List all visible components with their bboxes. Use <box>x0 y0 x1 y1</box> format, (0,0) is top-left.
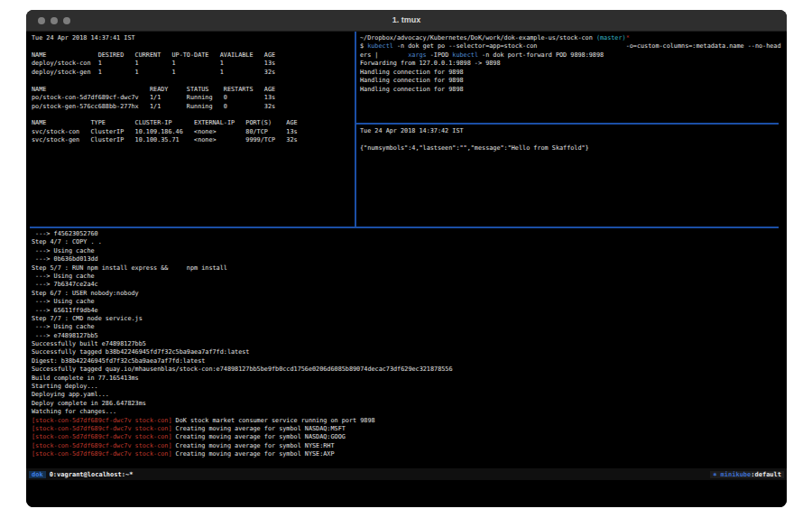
terminal-line: ---> 65611ff9db4e <box>32 307 781 315</box>
active-window-label[interactable]: 0:vagrant@localhost:~* <box>50 471 134 478</box>
window-title: 1. tmux <box>26 10 787 31</box>
terminal-line: Step 6/7 : USER nobody:nobody <box>32 290 781 298</box>
terminal-line: Deploy complete in 286.647823ms <box>32 400 781 408</box>
kube-context: minikube <box>721 471 752 478</box>
terminal-line: $ kubectl -n dok get po --selector=app=s… <box>360 42 781 51</box>
status-right: ⎈ minikube:default <box>710 471 784 478</box>
terminal-line: Step 7/7 : CMD node service.js <box>32 315 781 323</box>
terminal-line: Successfully tagged quay.io/mhausenblas/… <box>32 365 781 374</box>
vertical-pane-divider[interactable] <box>355 32 356 227</box>
terminal-line: ers | xargs -IPOD kubectl -n dok port-fo… <box>360 51 781 60</box>
terminal-line: [stock-con-5d7df689cf-dwc7v stock-con] C… <box>32 450 781 458</box>
terminal-line: svc/stock-con ClusterIP 10.109.186.46 <n… <box>32 128 353 136</box>
terminal-line: ---> Using cache <box>32 247 781 255</box>
pane-curl-output[interactable]: Tue 24 Apr 2018 14:37:42 IST {"numsymbol… <box>360 127 781 153</box>
kube-context-chip: ⎈ minikube:default <box>710 471 784 478</box>
pane-skaffold-log[interactable]: ---> f45623052760Step 4/7 : COPY . . ---… <box>32 230 781 459</box>
terminal-line: ---> Using cache <box>32 273 781 281</box>
right-horizontal-pane-divider[interactable] <box>356 123 779 125</box>
helm-wheel-icon: ⎈ <box>713 471 716 478</box>
terminal-line: po/stock-gen-576cc688bb-277hx 1/1 Runnin… <box>32 103 353 111</box>
pane-kubectl-watch[interactable]: Tue 24 Apr 2018 14:37:41 IST NAME DESIRE… <box>32 34 353 145</box>
terminal-line: ---> 7b6347ce2a4c <box>32 281 781 289</box>
session-name: dok <box>32 471 43 478</box>
horizontal-pane-divider[interactable] <box>30 227 779 228</box>
pane-port-forward[interactable]: ~/Dropbox/advocacy/Kubernetes/DoK/work/d… <box>360 34 781 94</box>
terminal-line <box>32 42 353 51</box>
terminal-line: Build complete in 77.165413ms <box>32 375 781 383</box>
window-titlebar[interactable]: 1. tmux <box>26 10 787 32</box>
kube-namespace: :default <box>751 471 781 478</box>
terminal-line: Tue 24 Apr 2018 14:37:42 IST <box>360 127 781 135</box>
terminal-line: [stock-con-5d7df689cf-dwc7v stock-con] C… <box>32 442 781 450</box>
terminal-line: deploy/stock-con 1 1 1 1 13s <box>32 60 353 68</box>
terminal-line: Deploying app.yaml... <box>32 391 781 399</box>
terminal-line: Handling connection for 9898 <box>360 69 781 77</box>
terminal-line: ---> Using cache <box>32 323 781 331</box>
session-name-chip: dok <box>29 471 46 478</box>
terminal-line: Starting deploy... <box>32 383 781 391</box>
terminal-line: Handling connection for 9898 <box>360 77 781 85</box>
terminal-line <box>360 135 781 143</box>
terminal-line: svc/stock-gen ClusterIP 10.100.35.71 <no… <box>32 136 353 144</box>
terminal-line: [stock-con-5d7df689cf-dwc7v stock-con] C… <box>32 425 781 433</box>
terminal-line: {"numsymbols":4,"lastseen":"","message":… <box>360 144 781 153</box>
status-left: dok0:vagrant@localhost:~* <box>29 471 133 478</box>
terminal-line: po/stock-con-5d7df689cf-dwc7v 1/1 Runnin… <box>32 94 353 102</box>
terminal-line: Tue 24 Apr 2018 14:37:41 IST <box>32 34 353 42</box>
terminal-line: NAME TYPE CLUSTER-IP EXTERNAL-IP PORT(S)… <box>32 119 353 127</box>
terminal-line: NAME READY STATUS RESTARTS AGE <box>32 86 353 94</box>
terminal-line: Step 5/7 : RUN npm install express && np… <box>32 264 781 273</box>
terminal-line <box>32 77 353 85</box>
terminal-line <box>32 111 353 119</box>
terminal-line: NAME DESIRED CURRENT UP-TO-DATE AVAILABL… <box>32 51 353 60</box>
terminal-line: Successfully tagged b38b42246945fd7f32c5… <box>32 348 781 356</box>
desktop: { "window": { "title": "1. tmux" }, "col… <box>0 0 812 518</box>
terminal-line: ---> f45623052760 <box>32 230 781 238</box>
terminal-line: Successfully built e74898127bb5 <box>32 340 781 348</box>
terminal-line: Step 4/7 : COPY . . <box>32 238 781 246</box>
terminal-line: Forwarding from 127.0.0.1:9898 -> 9898 <box>360 60 781 68</box>
terminal-line: ---> 0b636bd013dd <box>32 255 781 264</box>
terminal-line: Handling connection for 9898 <box>360 86 781 94</box>
terminal-line: [stock-con-5d7df689cf-dwc7v stock-con] C… <box>32 433 781 441</box>
terminal-line: Watching for changes... <box>32 408 781 416</box>
terminal-line: [stock-con-5d7df689cf-dwc7v stock-con] D… <box>32 417 781 425</box>
terminal-line: ---> e74898127bb5 <box>32 332 781 340</box>
terminal-line: deploy/stock-gen 1 1 1 1 32s <box>32 69 353 77</box>
terminal-line: ---> Using cache <box>32 298 781 306</box>
terminal-line: Digest: b38b42246945fd7f32c5ba9aea7af7fd… <box>32 357 781 365</box>
tmux-status-bar: dok0:vagrant@localhost:~* ⎈ minikube:def… <box>26 468 787 480</box>
terminal-line: ~/Dropbox/advocacy/Kubernetes/DoK/work/d… <box>360 34 781 42</box>
tmux-session: Tue 24 Apr 2018 14:37:41 IST NAME DESIRE… <box>26 32 787 507</box>
terminal-window: 1. tmux Tue 24 Apr 2018 14:37:41 IST NAM… <box>26 10 787 507</box>
